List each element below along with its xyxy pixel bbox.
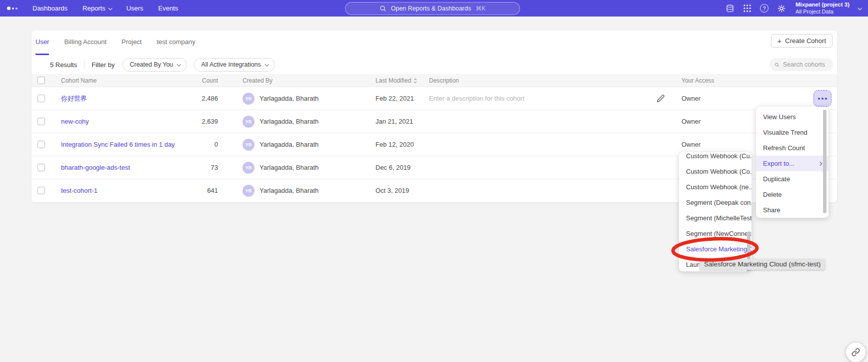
col-your-access: Your Access: [676, 77, 796, 84]
submenu-item-custom-webhook-1[interactable]: Custom Webhook (Cu...: [679, 152, 752, 164]
project-scope: All Project Data: [796, 9, 850, 16]
cohort-count: 2,486: [188, 95, 218, 102]
cohort-name-link[interactable]: bharath-google-ads-test: [61, 164, 130, 171]
cohort-count: 2,639: [188, 118, 218, 125]
integrations-filter[interactable]: All Active Integrations: [194, 58, 275, 72]
project-switcher[interactable]: Mixpanel (project 3) All Project Data: [796, 1, 850, 15]
col-created-by: Created By: [218, 77, 376, 84]
menu-item-view-users[interactable]: View Users: [756, 109, 828, 125]
submenu-item-salesforce-marketing-cloud[interactable]: Salesforce Marketing C...: [679, 241, 752, 257]
nav-item-dashboards[interactable]: Dashboards: [32, 5, 68, 12]
integrations-filter-label: All Active Integrations: [201, 61, 261, 68]
row-checkbox[interactable]: [38, 118, 45, 125]
nav-item-users[interactable]: Users: [126, 5, 144, 12]
tab-billing-account[interactable]: Billing Account: [64, 38, 106, 55]
created-by-name: Yarlagadda, Bharath: [260, 95, 318, 102]
chevron-down-icon: [177, 62, 181, 66]
results-count: 5 Results: [50, 61, 77, 69]
col-cohort-name: Cohort Name: [61, 77, 188, 84]
tab-test-company[interactable]: test company: [156, 38, 195, 55]
create-cohort-label: Create Cohort: [785, 37, 826, 45]
avatar: YB: [242, 162, 254, 174]
menu-item-label: Export to...: [763, 160, 794, 167]
created-by-name: Yarlagadda, Bharath: [260, 164, 318, 171]
col-last-modified[interactable]: Last Modified: [376, 77, 429, 84]
copy-link-button[interactable]: [846, 342, 866, 362]
avatar: YB: [242, 116, 254, 128]
created-by-filter[interactable]: Created By You: [122, 58, 187, 72]
table-row: new-cohy 2,639 YBYarlagadda, Bharath Jan…: [32, 110, 837, 133]
cohort-count: 641: [188, 187, 218, 194]
description-placeholder[interactable]: Enter a description for this cohort: [429, 95, 524, 102]
submenu-item-segment-2[interactable]: Segment (MichelleTest): [679, 210, 752, 226]
menu-item-share[interactable]: Share: [756, 202, 828, 218]
menu-item-export-to[interactable]: Export to...: [756, 156, 828, 171]
last-modified-date: Oct 3, 2019: [376, 187, 429, 194]
sort-icon: [414, 78, 417, 84]
cohort-name-link[interactable]: test-cohort-1: [61, 187, 98, 194]
chevron-down-icon[interactable]: [858, 6, 862, 10]
project-name: Mixpanel (project 3): [796, 1, 850, 8]
settings-icon[interactable]: [777, 4, 786, 13]
global-search-bar[interactable]: Open Reports & Dashboards ⌘K: [345, 2, 520, 15]
cohort-name-link[interactable]: Integration Sync Failed 6 times in 1 day: [61, 141, 175, 148]
cohort-type-tabs: User Billing Account Project test compan…: [32, 31, 837, 55]
last-modified-date: Jan 21, 2021: [376, 118, 429, 125]
submenu-item-custom-webhook-3[interactable]: Custom Webhook (ne...: [679, 179, 752, 195]
chevron-down-icon: [108, 6, 112, 10]
avatar: YB: [242, 185, 254, 197]
row-actions-button[interactable]: [814, 90, 832, 107]
tab-user[interactable]: User: [36, 38, 49, 55]
mixpanel-logo-icon[interactable]: [7, 7, 18, 10]
access-level: Owner: [676, 95, 796, 102]
cohort-search-field: [770, 58, 833, 71]
menu-item-duplicate[interactable]: Duplicate: [756, 171, 828, 187]
created-by-filter-label: Created By You: [130, 61, 173, 68]
avatar: YB: [242, 93, 254, 105]
cohort-name-link[interactable]: 你好世界: [61, 95, 87, 102]
help-icon[interactable]: ?: [760, 4, 768, 13]
menu-item-delete[interactable]: Delete: [756, 187, 828, 202]
nav-label: Events: [158, 5, 178, 12]
submenu-item-segment-3[interactable]: Segment (NewConnec...: [679, 226, 752, 241]
cohort-search-input[interactable]: [783, 61, 828, 68]
apps-grid-icon[interactable]: [743, 4, 752, 13]
row-checkbox[interactable]: [38, 141, 45, 148]
create-cohort-button[interactable]: + Create Cohort: [771, 34, 832, 48]
search-icon: [774, 62, 780, 68]
filter-bar: 5 Results Filter by Created By You All A…: [32, 55, 837, 74]
col-description: Description: [429, 77, 644, 84]
chevron-right-icon: [818, 161, 822, 165]
search-placeholder: Open Reports & Dashboards: [391, 5, 472, 12]
row-checkbox[interactable]: [38, 164, 45, 171]
cohort-actions-menu: View Users Visualize Trend Refresh Count…: [756, 107, 828, 218]
created-by-name: Yarlagadda, Bharath: [260, 141, 318, 148]
tab-project[interactable]: Project: [122, 38, 142, 55]
cohort-count: 73: [188, 164, 218, 171]
search-shortcut: ⌘K: [476, 5, 486, 12]
row-checkbox[interactable]: [38, 187, 45, 194]
nav-item-reports[interactable]: Reports: [82, 5, 112, 12]
submenu-item-custom-webhook-2[interactable]: Custom Webhook (Co...: [679, 164, 752, 179]
cohort-name-link[interactable]: new-cohy: [61, 118, 89, 125]
salesforce-tooltip: Salesforce Marketing Cloud (sfmc-test): [700, 259, 825, 270]
menu-item-refresh-count[interactable]: Refresh Count: [756, 140, 828, 156]
table-row: 你好世界 2,486 YBYarlagadda, Bharath Feb 22,…: [32, 87, 837, 110]
data-management-icon[interactable]: [726, 4, 734, 13]
edit-description-icon[interactable]: [656, 94, 665, 103]
menu-scrollbar[interactable]: [823, 110, 826, 213]
menu-item-visualize-trend[interactable]: Visualize Trend: [756, 125, 828, 140]
col-count: Count: [188, 77, 218, 84]
divider: [84, 61, 84, 69]
plus-icon: +: [778, 37, 782, 45]
submenu-item-segment-1[interactable]: Segment (Deepak con...: [679, 195, 752, 210]
nav-label: Users: [126, 5, 144, 12]
cohort-count: 0: [188, 141, 218, 148]
filter-by-label: Filter by: [92, 61, 114, 69]
nav-item-events[interactable]: Events: [158, 5, 178, 12]
export-destinations-submenu: Custom Webhook (Cu... Custom Webhook (Co…: [679, 152, 752, 271]
select-all-checkbox[interactable]: [38, 77, 45, 84]
avatar: YB: [242, 139, 254, 151]
last-modified-date: Feb 22, 2021: [376, 95, 429, 102]
row-checkbox[interactable]: [38, 95, 45, 102]
